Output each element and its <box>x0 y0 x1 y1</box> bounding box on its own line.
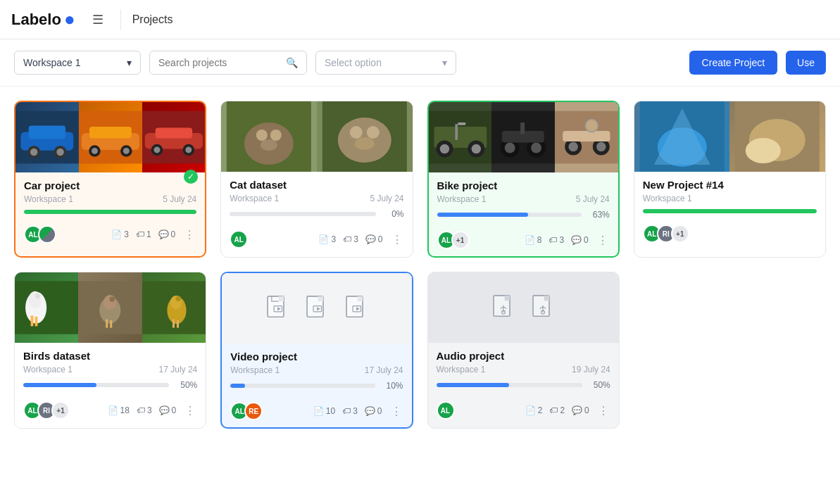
svg-rect-37 <box>455 124 458 139</box>
files-stat: 📄2 <box>525 405 543 415</box>
comments-stat: 💬0 <box>571 235 589 245</box>
menu-icon[interactable]: ☰ <box>87 9 109 30</box>
card-stats: 📄3 🏷1 💬0 ⋮ <box>111 227 196 243</box>
progress-bar-bg <box>230 212 375 216</box>
avatar-plus: +1 <box>51 401 70 420</box>
label-icon: 🏷 <box>136 229 144 239</box>
file-icon: 📄 <box>525 405 536 415</box>
svg-point-62 <box>35 294 41 299</box>
svg-rect-38 <box>458 122 465 125</box>
chevron-down-icon: ▾ <box>442 57 447 68</box>
card-body: Audio project Workspace 1 19 July 24 50% <box>428 343 619 401</box>
label-icon: 🏷 <box>548 235 557 245</box>
card-stats: 📄3 🏷3 💬0 ⋮ <box>318 232 403 248</box>
project-card-video[interactable]: Video project Workspace 1 17 July 24 10%… <box>220 272 413 429</box>
card-images <box>15 272 206 343</box>
card-workspace: Workspace 1 <box>230 194 279 203</box>
svg-rect-45 <box>520 122 525 134</box>
project-card-birds[interactable]: Birds dataset Workspace 1 17 July 24 50%… <box>14 272 206 429</box>
svg-rect-69 <box>106 320 108 328</box>
card-placeholder <box>222 273 411 344</box>
avatar: RE <box>244 402 263 420</box>
svg-point-30 <box>355 137 375 150</box>
label-icon: 🏷 <box>342 406 351 416</box>
avatar: AL <box>437 401 455 420</box>
more-button[interactable]: ⋮ <box>390 232 404 248</box>
progress-row <box>643 209 817 213</box>
progress-pct: 50% <box>175 380 197 390</box>
card-images <box>429 102 618 172</box>
comments-stat: 💬0 <box>572 405 589 415</box>
comments-stat: 💬0 <box>159 405 177 415</box>
svg-point-36 <box>471 144 480 153</box>
select-option-dropdown[interactable]: Select option ▾ <box>315 51 456 75</box>
svg-rect-82 <box>318 296 323 301</box>
search-icon: 🔍 <box>286 57 298 68</box>
header: Labelo● ☰ Projects <box>0 0 840 39</box>
svg-point-6 <box>56 149 63 156</box>
svg-point-43 <box>531 142 541 153</box>
svg-point-4 <box>30 149 37 156</box>
card-placeholder <box>428 272 619 343</box>
card-title: New Project #14 <box>643 179 817 191</box>
logo-icon: ● <box>64 8 75 30</box>
toolbar: Workspace 1 ▾ 🔍 Select option ▾ Create P… <box>0 39 840 87</box>
card-meta: Workspace 1 17 July 24 <box>230 365 403 375</box>
svg-rect-63 <box>31 315 34 326</box>
workspace-dropdown[interactable]: Workspace 1 ▾ <box>14 51 141 75</box>
svg-rect-2 <box>29 126 65 139</box>
card-body: New Project #14 Workspace 1 <box>634 172 825 225</box>
more-button[interactable]: ⋮ <box>596 232 610 248</box>
file-icon: 📄 <box>313 406 324 416</box>
search-box[interactable]: 🔍 <box>149 51 307 75</box>
more-button[interactable]: ⋮ <box>182 227 196 243</box>
card-title: Audio project <box>437 350 610 362</box>
project-card-new14[interactable]: New Project #14 Workspace 1 AL RI +1 <box>634 101 826 258</box>
card-meta: Workspace 1 5 July 24 <box>230 194 403 203</box>
workspace-label: Workspace 1 <box>23 57 80 68</box>
card-body: Birds dataset Workspace 1 17 July 24 50% <box>15 343 206 401</box>
svg-rect-78 <box>279 296 284 301</box>
avatar-plus: +1 <box>671 225 689 243</box>
progress-bar-bg <box>230 384 375 388</box>
card-workspace: Workspace 1 <box>437 365 486 374</box>
svg-rect-70 <box>111 320 113 328</box>
more-button[interactable]: ⋮ <box>183 403 197 419</box>
card-stats: 📄8 🏷3 💬0 ⋮ <box>525 232 610 248</box>
user-button[interactable]: Use <box>786 51 826 75</box>
card-workspace: Workspace 1 <box>23 365 73 374</box>
svg-point-52 <box>585 120 598 132</box>
project-card-audio[interactable]: Audio project Workspace 1 19 July 24 50%… <box>427 272 620 429</box>
card-title: Car project <box>24 179 196 191</box>
more-button[interactable]: ⋮ <box>596 403 610 419</box>
project-card-car[interactable]: ✓ Car project Workspace 1 5 July 24 AL 📄… <box>14 101 206 258</box>
header-divider <box>120 9 121 30</box>
svg-rect-16 <box>155 128 192 139</box>
card-date: 5 July 24 <box>576 194 610 204</box>
create-project-button[interactable]: Create Project <box>689 51 777 75</box>
search-input[interactable] <box>158 57 282 68</box>
svg-rect-94 <box>544 296 549 301</box>
label-icon: 🏷 <box>549 405 558 415</box>
files-stat: 📄10 <box>313 406 335 416</box>
progress-row: 63% <box>437 210 610 220</box>
comment-icon: 💬 <box>571 235 582 245</box>
file-icon: 📄 <box>108 405 118 415</box>
more-button[interactable]: ⋮ <box>389 403 403 420</box>
project-card-cat[interactable]: Cat dataset Workspace 1 5 July 24 0% AL … <box>220 101 413 258</box>
progress-bar-fill <box>23 383 96 387</box>
svg-rect-86 <box>358 296 363 301</box>
svg-point-20 <box>185 146 192 153</box>
svg-point-50 <box>596 142 606 151</box>
card-date: 19 July 24 <box>572 365 610 374</box>
svg-point-34 <box>439 144 449 153</box>
progress-bar-bg <box>643 209 817 213</box>
card-images <box>634 101 825 172</box>
svg-point-28 <box>350 126 363 139</box>
project-card-bike[interactable]: Bike project Workspace 1 5 July 24 63% A… <box>427 101 620 258</box>
card-workspace: Workspace 1 <box>24 194 73 204</box>
avatar: AL <box>230 230 248 248</box>
card-meta: Workspace 1 5 July 24 <box>24 194 196 204</box>
files-stat: 📄3 <box>111 229 129 239</box>
files-stat: 📄3 <box>318 234 336 244</box>
